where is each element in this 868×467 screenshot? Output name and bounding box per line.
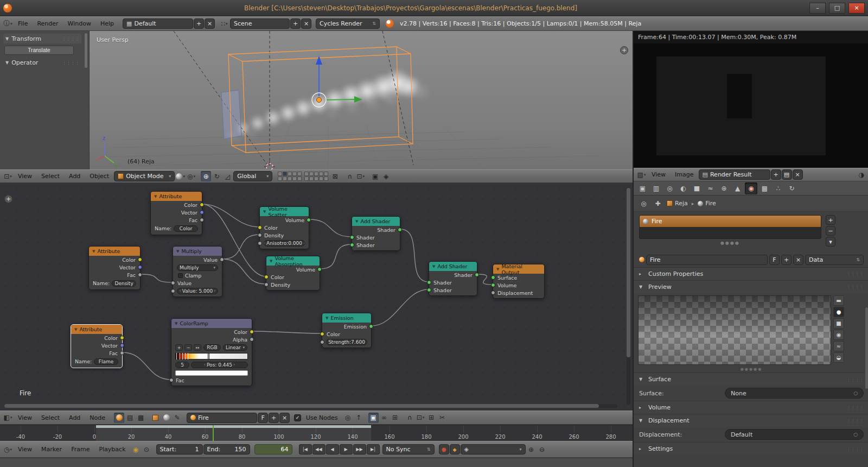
image-pin-button[interactable]: ◑ [856,169,866,180]
tab-physics[interactable]: ↻ [786,182,798,194]
lock-to-scene-button[interactable]: ⊠ [330,171,340,181]
add-scene-button[interactable]: + [290,18,301,29]
play-reverse-button[interactable]: ◀ [326,444,339,455]
displacement-selector[interactable]: Default ○ [725,429,864,440]
node-field[interactable]: Color [174,225,198,232]
tool-shelf[interactable]: ▼ Transform ⋮⋮⋮⋮ Translate ▼ Operator ⋮⋮… [0,31,90,169]
minimize-button[interactable]: – [809,3,826,14]
region-expand-button[interactable]: + [4,195,12,203]
layer-toggle[interactable] [278,172,282,176]
open-image-button[interactable]: ▤ [782,169,792,180]
pos--row[interactable]: 5‹Pos: 0.445› [171,360,252,369]
layer-toggle[interactable] [319,172,323,176]
layer-toggle[interactable] [278,176,282,181]
layers-widget-left[interactable] [278,172,302,181]
new-material-button[interactable]: + [781,255,792,265]
color-input-socket[interactable] [264,275,269,279]
new-material-button[interactable]: + [269,413,279,423]
parent-node-tree-button[interactable]: ↑ [354,413,364,423]
clamp-checkbox[interactable] [178,273,183,278]
toolshelf-scrollbar[interactable] [85,33,87,68]
numfield-row[interactable]: ‹Value: 5.000› [173,287,222,295]
shader-output-socket[interactable] [398,228,402,232]
unlink-material-button[interactable]: × [793,255,803,265]
pin-button[interactable]: ◎ [343,413,353,423]
node-header[interactable]: ▼Add Shader [429,262,477,271]
viewport-shading-selector[interactable]: ▾ [175,171,186,181]
stop-position-field[interactable]: ‹Pos: 0.445› [191,362,248,368]
node-multiply[interactable]: ▼MultiplyValueMultiply▾ClampValue‹Value:… [173,246,222,297]
menu-help[interactable]: Help [96,19,118,28]
panel-custom-properties[interactable]: ▸ Custom Properties ⋮⋮⋮⋮ [634,267,868,280]
image-datablock[interactable]: ▤ Render Result [699,169,770,180]
name--row[interactable]: Name:Color [151,224,202,233]
menu-view[interactable]: View [14,172,36,181]
flip-ramp-button[interactable]: ↔ [194,344,201,351]
tab-scene[interactable]: ◎ [663,182,676,194]
delete-keyframe-button[interactable]: ⊖ [537,444,547,455]
ramp-stop[interactable] [176,353,177,359]
volume-input-socket[interactable] [491,283,495,287]
color-mode-dropdown[interactable]: RGB [203,344,221,351]
editor-type-button[interactable]: ▨▾ [636,169,647,180]
menu-window[interactable]: Window [63,19,95,28]
backdrop-button[interactable]: ⊞ [390,413,400,423]
end-frame-field[interactable]: End: 150 [203,444,250,455]
menu-node[interactable]: Node [85,413,110,422]
node-header[interactable]: ▼Attribute [151,192,202,201]
volume-output-socket[interactable] [307,218,311,222]
shader-input-socket[interactable] [427,288,431,292]
layer-toggle[interactable] [283,172,287,176]
pivot-point-selector[interactable]: ◎▾ [186,171,196,181]
panel-settings[interactable]: ▸ Settings ⋮⋮⋮⋮ [634,442,868,455]
fac-input-socket[interactable] [169,378,174,382]
menu-object[interactable]: Object [85,172,113,181]
panel-resize-grip[interactable]: ●●●●● [634,367,868,373]
vector-output-socket[interactable] [200,210,204,214]
link-nodes-button[interactable]: ∞ [379,413,390,423]
layer-toggle[interactable] [324,176,328,181]
render-engine-selector[interactable]: Cycles Render ⇅ [316,18,380,29]
active-keying-set-field[interactable]: ◈ ▾ [461,444,526,455]
node-attr_density[interactable]: ▼AttributeColorVectorFacName:Density [88,246,141,290]
breadcrumb-material[interactable]: Fire [698,200,716,207]
numfield-row[interactable]: ‹Anisotro:0.000› [260,239,309,247]
collapse-icon[interactable]: ▼ [154,194,157,199]
timeline-ruler[interactable]: -40-200204060801001201401601802002202402… [0,425,633,441]
node-add_shader2[interactable]: ▼Add ShaderShaderShaderShader [429,261,477,296]
tab-constraints[interactable]: ≈ [704,182,717,194]
prev-keyframe-button[interactable]: ◀◀ [312,444,326,455]
preview-flat-icon[interactable]: ▬ [833,295,844,306]
opengl-render-anim-button[interactable]: ◈ [381,171,391,181]
screen-layout-selector[interactable]: ▦ Default [123,18,193,29]
record-button[interactable]: ● [439,444,449,455]
clamp-row[interactable]: Clamp [173,272,222,279]
node-header[interactable]: ▼Material Output [493,264,544,274]
alpha-output-socket[interactable] [250,337,254,342]
menu-select[interactable]: Select [37,413,64,422]
collapse-icon[interactable]: ▼ [92,249,95,254]
fac-output-socket[interactable] [138,273,142,277]
collapse-icon[interactable]: ▼ [432,264,435,269]
ramp-row[interactable] [171,352,252,360]
keying-set-button[interactable]: ◆ [450,444,460,455]
fake-user-button[interactable]: F [769,255,780,265]
value-input-socket[interactable] [171,281,175,285]
menu-view[interactable]: View [14,445,36,454]
translate-button[interactable]: Translate [4,46,74,55]
collapse-icon[interactable]: ▼ [74,327,77,332]
maximize-button[interactable]: □ [829,3,845,14]
node-field[interactable]: Multiply▾ [177,264,218,271]
insert-keyframe-button[interactable]: ⊕ [526,444,537,455]
vector-output-socket[interactable] [120,343,124,348]
av-sync-button[interactable]: ⊙ [142,444,152,455]
layers-widget-right[interactable] [304,172,328,181]
material-datablock[interactable]: Fire [187,413,257,423]
ramp-stop[interactable] [208,353,209,359]
menu-file[interactable]: File [14,19,32,28]
preview-cube-icon[interactable]: ■ [833,318,844,329]
layer-toggle[interactable] [297,172,302,176]
shader-nodes-button[interactable] [114,413,124,423]
node-header[interactable]: ▼Emission [322,313,371,323]
volume-output-socket[interactable] [317,267,322,272]
